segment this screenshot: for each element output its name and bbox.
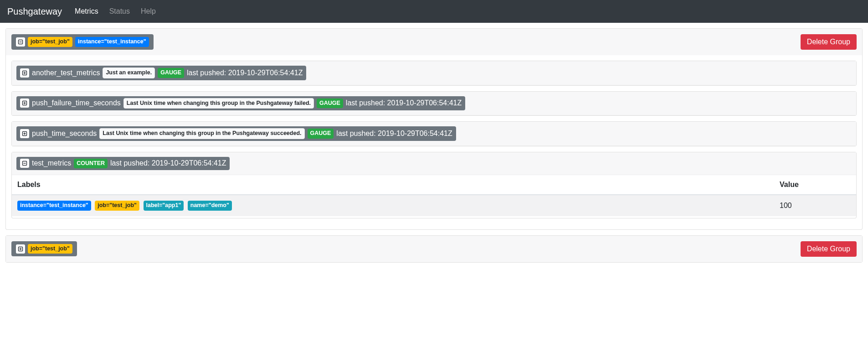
metric-type-badge: GAUGE [317,99,343,109]
metric-help-badge: Last Unix time when changing this group … [99,128,304,139]
metric-card: test_metrics COUNTER last pushed: 2019-1… [11,152,857,218]
metric-header: test_metrics COUNTER last pushed: 2019-1… [12,152,856,176]
labels-cell: instance="test_instance" job="test_job" … [12,195,774,216]
group-label-chip[interactable]: job="test_job" instance="test_instance" [11,34,154,50]
metric-name: test_metrics [32,159,71,167]
table-header-value: Value [774,175,856,195]
navbar-brand[interactable]: Pushgateway [7,6,62,17]
nav-link-help[interactable]: Help [135,4,161,19]
metric-last-pushed: last pushed: 2019-10-29T06:54:41Z [336,130,452,138]
metric-last-pushed: last pushed: 2019-10-29T06:54:41Z [346,99,462,107]
metric-help-badge: Just an example. [103,67,155,78]
metric-last-pushed: last pushed: 2019-10-29T06:54:41Z [187,69,303,77]
navbar: Pushgateway Metrics Status Help [0,0,868,23]
label-badge: label="app1" [144,201,184,211]
delete-group-button[interactable]: Delete Group [801,241,857,257]
nav-link-status[interactable]: Status [104,4,135,19]
label-badge-instance: instance="test_instance" [75,37,149,47]
metric-name: push_time_seconds [32,130,97,138]
metric-type-badge: COUNTER [74,159,108,169]
metric-chip[interactable]: test_metrics COUNTER last pushed: 2019-1… [16,157,230,171]
group-card: job="test_job" instance="test_instance" … [5,28,863,230]
main-container: job="test_job" instance="test_instance" … [0,23,868,274]
metric-header: push_failure_time_seconds Last Unix time… [12,92,856,116]
label-badge-job: job="test_job" [28,37,72,47]
metric-body: Labels Value instance="test_instance" jo… [12,175,856,218]
group-body: another_test_metrics Just an example. GA… [6,55,862,229]
label-badge-job: job="test_job" [28,244,72,254]
table-row: instance="test_instance" job="test_job" … [12,195,856,216]
table-header-labels: Labels [12,175,774,195]
collapse-icon[interactable] [20,159,29,168]
label-badge: name="demo" [188,201,232,211]
metric-samples-table: Labels Value instance="test_instance" jo… [12,175,856,216]
expand-icon[interactable] [20,129,29,138]
label-badge: job="test_job" [95,201,139,211]
expand-icon[interactable] [20,68,29,78]
metric-card: push_time_seconds Last Unix time when ch… [11,121,857,146]
group-header: job="test_job" Delete Group [6,236,862,262]
metric-name: another_test_metrics [32,69,100,77]
group-header: job="test_job" instance="test_instance" … [6,29,862,55]
metric-last-pushed: last pushed: 2019-10-29T06:54:41Z [110,159,226,167]
expand-icon[interactable] [16,244,25,254]
group-label-chip[interactable]: job="test_job" [11,241,77,257]
delete-group-button[interactable]: Delete Group [801,34,857,50]
metric-card: push_failure_time_seconds Last Unix time… [11,91,857,116]
group-card: job="test_job" Delete Group [5,235,863,263]
metric-header: push_time_seconds Last Unix time when ch… [12,122,856,146]
nav-link-metrics[interactable]: Metrics [69,4,104,19]
metric-header: another_test_metrics Just an example. GA… [12,61,856,85]
metric-type-badge: GAUGE [158,68,184,78]
metric-chip[interactable]: push_failure_time_seconds Last Unix time… [16,96,465,111]
expand-icon[interactable] [20,99,29,108]
metric-type-badge: GAUGE [308,129,334,139]
label-badge: instance="test_instance" [17,201,91,211]
metric-card: another_test_metrics Just an example. GA… [11,61,857,86]
metric-chip[interactable]: another_test_metrics Just an example. GA… [16,66,306,80]
metric-help-badge: Last Unix time when changing this group … [123,98,314,109]
metric-chip[interactable]: push_time_seconds Last Unix time when ch… [16,126,456,141]
value-cell: 100 [774,195,856,216]
metric-name: push_failure_time_seconds [32,99,121,107]
collapse-icon[interactable] [16,37,25,47]
